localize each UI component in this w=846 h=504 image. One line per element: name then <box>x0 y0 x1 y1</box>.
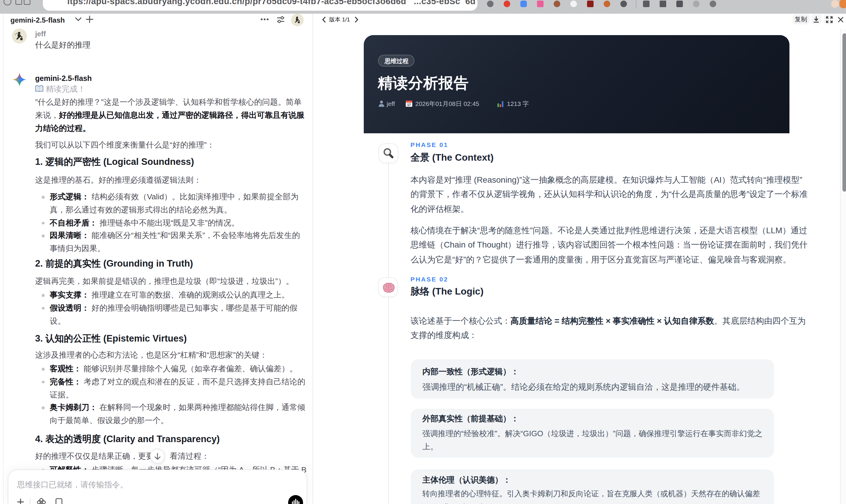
svg-text:17: 17 <box>407 103 411 107</box>
